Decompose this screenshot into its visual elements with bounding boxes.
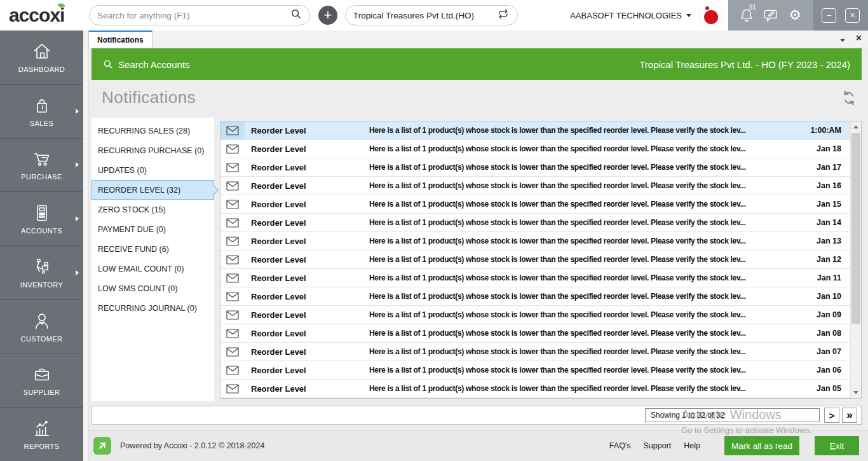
sidebar-item-customer[interactable]: CUSTOMER [0,300,83,354]
notification-row[interactable]: Reorder LevelHere is a list of 1 product… [220,287,850,306]
notification-message: Here is a list of 1 product(s) whose sto… [369,126,782,135]
notification-date: Jan 15 [782,200,850,209]
sidebar-item-label: CUSTOMER [21,335,63,343]
cart-icon [31,149,53,169]
company-selector[interactable]: Tropical Treasures Pvt Ltd.(HO) [345,5,518,25]
sidebar-item-label: DASHBOARD [18,65,65,73]
notification-row[interactable]: Reorder LevelHere is a list of 1 product… [220,380,850,398]
category-low-sms-count[interactable]: LOW SMS COUNT (0) [92,279,214,298]
tab-close-icon[interactable]: × [856,32,862,44]
envelope-icon [220,214,245,231]
pagination-bar: Showing 1 to 32 of 32 > » [92,406,862,425]
scroll-up-icon[interactable] [851,121,861,132]
global-search-input[interactable]: Search for anything (F1) [89,5,310,25]
notification-row[interactable]: Reorder LevelHere is a list of 1 product… [220,140,850,158]
last-page-button[interactable]: » [842,408,857,423]
notification-title: Reorder Level [245,181,369,191]
notification-count-badge: 81 [749,4,756,11]
envelope-icon [220,306,245,324]
notification-message: Here is a list of 1 product(s) whose sto… [369,366,782,375]
sidebar-item-accounts[interactable]: ACCOUNTS [0,192,83,246]
category-payment-due[interactable]: PAYMENT DUE (0) [92,219,214,239]
next-page-button[interactable]: > [824,408,839,423]
footer-link-help[interactable]: Help [684,441,700,450]
notification-title: Reorder Level [245,347,369,357]
home-icon [31,41,53,62]
scroll-down-icon[interactable] [851,387,861,398]
notification-row[interactable]: Reorder LevelHere is a list of 1 product… [220,232,850,251]
envelope-icon [220,195,245,213]
submenu-arrow-icon [76,216,79,221]
category-zero-stock[interactable]: ZERO STOCK (15) [92,200,214,219]
swap-refresh-icon[interactable] [497,8,510,23]
scrollbar-thumb[interactable] [851,133,860,324]
category-updates[interactable]: UPDATES (0) [92,160,214,180]
gear-icon[interactable]: ⚙ [783,0,807,31]
notification-row[interactable]: Reorder LevelHere is a list of 1 product… [220,121,850,140]
org-selector[interactable]: AABASOFT TECHNOLOGIES [570,11,691,20]
notification-message: Here is a list of 1 product(s) whose sto… [369,273,782,282]
sidebar-item-dashboard[interactable]: DASHBOARD [0,31,83,85]
notification-title: Reorder Level [245,218,369,228]
notification-row[interactable]: Reorder LevelHere is a list of 1 product… [220,195,850,214]
footer-link-faq-s[interactable]: FAQ's [609,441,631,450]
notification-row[interactable]: Reorder LevelHere is a list of 1 product… [220,324,850,343]
category-recurring-purchase[interactable]: RECURRING PURCHASE (0) [92,141,214,160]
notification-row[interactable]: Reorder LevelHere is a list of 1 product… [220,361,850,380]
sidebar-item-label: INVENTORY [20,281,63,289]
footer-link-support[interactable]: Support [644,441,672,450]
category-recurring-journal[interactable]: RECURRING JOURNAL (0) [92,298,214,318]
notification-date: Jan 14 [782,218,850,227]
sidebar-item-supplier[interactable]: SUPPLIER [0,354,83,408]
search-icon[interactable] [290,8,302,22]
category-receive-fund[interactable]: RECEIVE FUND (6) [92,239,214,259]
chat-icon[interactable] [759,0,783,31]
minimize-button[interactable]: − [822,8,836,23]
notifications-table: Reorder LevelHere is a list of 1 product… [220,121,862,399]
sidebar-item-inventory[interactable]: INVENTORY [0,246,83,300]
category-low-email-count[interactable]: LOW EMAIL COUNT (0) [92,259,214,279]
mark-all-as-read-button[interactable]: Mark all as read [724,436,799,455]
notification-date: Jan 13 [782,237,850,245]
pagination-status: Showing 1 to 32 of 32 [645,408,820,422]
notification-date: Jan 08 [782,329,850,338]
avatar[interactable] [699,4,722,27]
notification-title: Reorder Level [245,237,369,246]
notification-row[interactable]: Reorder LevelHere is a list of 1 product… [220,158,850,177]
footer-links: FAQ'sSupportHelp [609,441,700,450]
notification-date: Jan 07 [782,347,850,356]
notification-message: Here is a list of 1 product(s) whose sto… [369,237,782,245]
notification-date: Jan 05 [782,384,850,393]
notification-row[interactable]: Reorder LevelHere is a list of 1 product… [220,177,850,195]
sidebar-item-purchase[interactable]: PURCHASE [0,139,83,193]
notification-row[interactable]: Reorder LevelHere is a list of 1 product… [220,343,850,361]
close-button[interactable]: × [845,8,860,23]
search-placeholder: Search for anything (F1) [97,11,190,20]
envelope-icon [220,121,245,139]
envelope-icon [220,343,245,361]
sidebar-item-reports[interactable]: REPORTS [0,408,83,461]
category-reorder-level[interactable]: REORDER LEVEL (32) [92,180,214,200]
notification-row[interactable]: Reorder LevelHere is a list of 1 product… [220,214,850,232]
bell-icon[interactable]: 81 [735,0,759,31]
envelope-icon [220,232,245,250]
notification-date: Jan 17 [782,163,850,172]
sidebar-item-sales[interactable]: SALES [0,85,83,139]
tab-list-chevron-icon[interactable] [840,39,845,42]
notification-row[interactable]: Reorder LevelHere is a list of 1 product… [220,251,850,269]
notification-title: Reorder Level [245,200,369,209]
exit-button[interactable]: Exit [815,436,859,455]
notifications-rows: Reorder LevelHere is a list of 1 product… [220,121,850,398]
search-icon [103,59,113,69]
notification-date: Jan 12 [782,255,850,264]
notification-row[interactable]: Reorder LevelHere is a list of 1 product… [220,269,850,287]
category-recurring-sales[interactable]: RECURRING SALES (28) [92,121,214,141]
search-accounts-button[interactable]: Search Accounts [103,59,190,70]
notification-row[interactable]: Reorder LevelHere is a list of 1 product… [220,306,850,324]
tab-notifications[interactable]: Notifications [88,31,153,48]
refresh-icon[interactable] [840,89,858,107]
add-button[interactable]: + [318,6,337,25]
notification-message: Here is a list of 1 product(s) whose sto… [369,181,782,190]
table-scrollbar[interactable] [850,121,861,398]
top-header: accoxi Search for anything (F1) + Tropic… [0,0,868,31]
